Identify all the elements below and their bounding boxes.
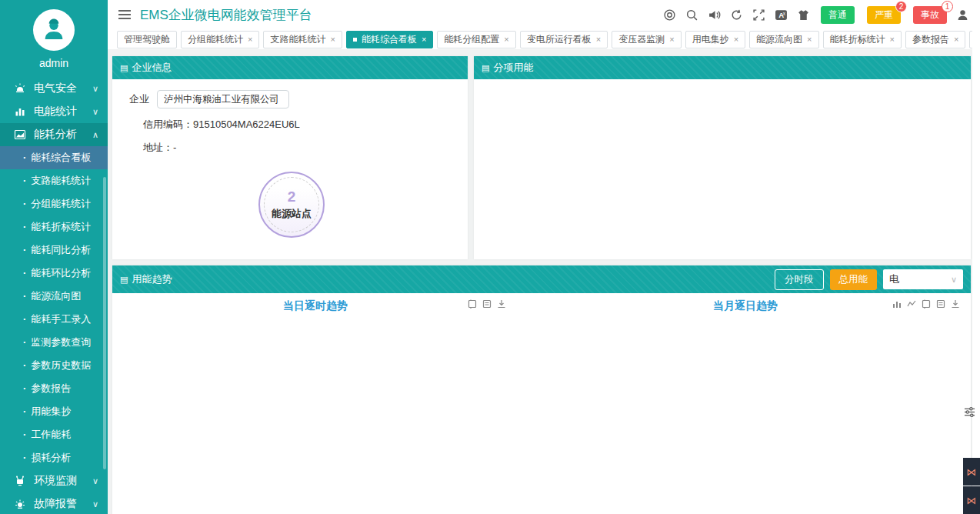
bowtie-icon: ⋈ bbox=[967, 466, 977, 478]
bar-chart-icon bbox=[14, 105, 26, 118]
close-tab-icon[interactable]: × bbox=[669, 35, 674, 44]
sidebar-subitem[interactable]: 工作能耗 bbox=[0, 423, 108, 446]
tab-4[interactable]: 能耗综合看板× bbox=[346, 31, 433, 48]
sidebar-subitem[interactable]: 参数报告 bbox=[0, 377, 108, 400]
close-tab-icon[interactable]: × bbox=[890, 35, 895, 44]
sidebar-subitem[interactable]: 损耗分析 bbox=[0, 446, 108, 469]
bar-type-icon[interactable] bbox=[892, 299, 902, 309]
restore-icon[interactable] bbox=[468, 299, 477, 309]
scrollbar-track[interactable] bbox=[972, 0, 980, 514]
sidebar-subitem[interactable]: 支路能耗统计 bbox=[0, 169, 108, 192]
refresh-icon[interactable] bbox=[730, 8, 743, 22]
tabbar: 管理驾驶舱分组能耗统计×支路能耗统计×能耗综合看板×能耗分组配置×变电所运行看板… bbox=[108, 29, 972, 49]
close-tab-icon[interactable]: × bbox=[807, 35, 812, 44]
tab-11[interactable]: 参数报告× bbox=[905, 31, 965, 48]
tab-9[interactable]: 能源流向图× bbox=[749, 31, 818, 48]
app-root: admin 电气安全∨电能统计∨能耗分析∧能耗综合看板支路能耗统计分组能耗统计能… bbox=[0, 0, 980, 514]
close-tab-icon[interactable]: × bbox=[734, 35, 738, 44]
sidebar-subitem[interactable]: 能源流向图 bbox=[0, 285, 108, 308]
user-icon[interactable] bbox=[956, 8, 969, 22]
sidebar-subitem[interactable]: 能耗同比分析 bbox=[0, 239, 108, 262]
tab-6[interactable]: 变电所运行看板× bbox=[520, 31, 608, 48]
volume-icon[interactable] bbox=[708, 8, 721, 22]
sidebar-item-1[interactable]: 电气安全∨ bbox=[0, 77, 108, 100]
close-tab-icon[interactable]: × bbox=[422, 35, 426, 44]
tab-8[interactable]: 用电集抄× bbox=[685, 31, 745, 48]
close-tab-icon[interactable]: × bbox=[248, 35, 252, 44]
float-button-top[interactable]: ⋈ bbox=[963, 458, 980, 486]
tab-1[interactable]: 管理驾驶舱 bbox=[117, 31, 177, 48]
status-badge-1[interactable]: 普通 bbox=[821, 6, 855, 24]
chart-toolbox bbox=[892, 299, 960, 309]
tab-10[interactable]: 能耗折标统计× bbox=[823, 31, 902, 48]
theme-shirt-icon[interactable] bbox=[797, 8, 810, 22]
panel-title-icon: ▤ bbox=[482, 63, 489, 73]
status-badge-2[interactable]: 严重2 bbox=[867, 6, 901, 24]
charts-row: 当日逐时趋势 当月逐日趋势 bbox=[112, 293, 971, 318]
panel-title: 用能趋势 bbox=[132, 272, 172, 286]
energy-breakdown-panel: ▤ 分项用能 bbox=[474, 56, 971, 259]
search-icon[interactable] bbox=[685, 8, 698, 22]
total-energy-button[interactable]: 总用能 bbox=[830, 269, 878, 290]
badge-count: 1 bbox=[942, 1, 953, 12]
tab-7[interactable]: 变压器监测× bbox=[612, 31, 681, 48]
user-avatar-icon bbox=[41, 17, 67, 43]
tab-3[interactable]: 支路能耗统计× bbox=[263, 31, 342, 48]
sidebar-subitem[interactable]: 能耗手工录入 bbox=[0, 308, 108, 331]
siren-icon bbox=[14, 82, 26, 95]
close-tab-icon[interactable]: × bbox=[504, 35, 508, 44]
sidebar-subitem[interactable]: 用能集抄 bbox=[0, 400, 108, 423]
filter-icon[interactable] bbox=[964, 406, 975, 421]
daily-trend-block: 当月逐日趋势 bbox=[520, 296, 971, 318]
sidebar-subitem[interactable]: 能耗环比分析 bbox=[0, 262, 108, 285]
close-tab-icon[interactable]: × bbox=[596, 35, 601, 44]
period-button[interactable]: 分时段 bbox=[775, 269, 824, 290]
font-size-icon[interactable]: Ax bbox=[775, 8, 788, 22]
panel-header: ▤ 用能趋势 分时段 总用能 电 ∨ bbox=[112, 265, 971, 293]
active-tab-dot bbox=[353, 38, 357, 42]
data-view-icon[interactable] bbox=[936, 299, 945, 309]
panel-title-icon: ▤ bbox=[120, 275, 128, 285]
status-badge-3[interactable]: 事故1 bbox=[913, 6, 947, 24]
download-icon[interactable] bbox=[497, 299, 506, 309]
enterprise-body: 企业 泸州中海粮油工业有限公司 信用编码：91510504MA6224EU6L … bbox=[112, 79, 468, 238]
close-tab-icon[interactable]: × bbox=[954, 35, 958, 44]
help-ring-icon[interactable] bbox=[663, 8, 676, 22]
chevron-down-icon: ∨ bbox=[92, 84, 98, 94]
company-select[interactable]: 泸州中海粮油工业有限公司 bbox=[157, 90, 289, 108]
sidebar-subitem[interactable]: 参数历史数据 bbox=[0, 354, 108, 377]
tab-label: 能耗综合看板 bbox=[362, 33, 417, 46]
sidebar-subitem[interactable]: 能耗综合看板 bbox=[0, 146, 108, 169]
tab-2[interactable]: 分组能耗统计× bbox=[181, 31, 259, 48]
panel-title: 企业信息 bbox=[132, 61, 172, 75]
alarm-lamp-icon bbox=[14, 498, 26, 510]
sidebar-item-4[interactable]: 环境监测∨ bbox=[0, 469, 108, 492]
panel-title-icon: ▤ bbox=[120, 63, 128, 73]
tab-label: 变压器监测 bbox=[618, 33, 665, 46]
tab-5[interactable]: 能耗分组配置× bbox=[437, 31, 515, 48]
download-icon[interactable] bbox=[951, 299, 960, 309]
sidebar-item-label: 环境监测 bbox=[34, 474, 92, 488]
data-view-icon[interactable] bbox=[482, 299, 492, 309]
chevron-down-icon: ∨ bbox=[92, 107, 98, 117]
tab-label: 支路能耗统计 bbox=[270, 33, 325, 46]
sidebar-item-3[interactable]: 能耗分析∧ bbox=[0, 123, 108, 146]
sidebar-item-5[interactable]: 故障报警∨ bbox=[0, 492, 108, 514]
panel-header: ▤ 分项用能 bbox=[474, 56, 971, 79]
avatar[interactable] bbox=[33, 9, 75, 51]
sidebar-subitem[interactable]: 分组能耗统计 bbox=[0, 192, 108, 215]
hamburger-icon[interactable] bbox=[118, 8, 131, 22]
sidebar-subitem[interactable]: 监测参数查询 bbox=[0, 331, 108, 354]
monitor-icon bbox=[14, 475, 26, 487]
energy-type-select[interactable]: 电 ∨ bbox=[883, 269, 963, 289]
energy-body bbox=[474, 79, 971, 259]
sidebar-scrollbar-thumb[interactable] bbox=[103, 177, 106, 469]
tab-label: 分组能耗统计 bbox=[188, 33, 243, 46]
line-type-icon[interactable] bbox=[907, 299, 916, 309]
float-button-bottom[interactable]: ⋈ bbox=[963, 486, 980, 514]
fullscreen-icon[interactable] bbox=[752, 8, 765, 22]
close-tab-icon[interactable]: × bbox=[330, 35, 335, 44]
sidebar-item-2[interactable]: 电能统计∨ bbox=[0, 100, 108, 123]
sidebar-subitem[interactable]: 能耗折标统计 bbox=[0, 215, 108, 239]
restore-icon[interactable] bbox=[922, 299, 931, 309]
